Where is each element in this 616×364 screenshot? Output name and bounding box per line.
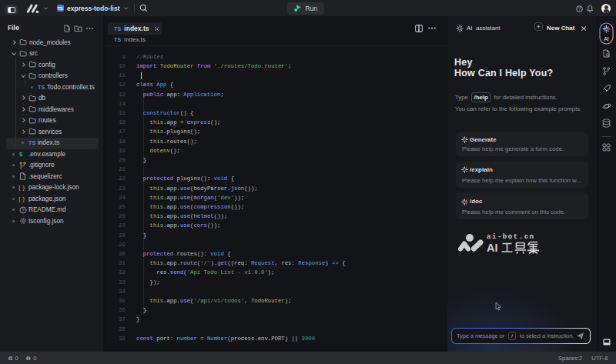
svg-text:AI: AI <box>604 36 609 42</box>
svg-text:AI: AI <box>487 242 498 254</box>
svg-text:?: ? <box>22 208 25 212</box>
